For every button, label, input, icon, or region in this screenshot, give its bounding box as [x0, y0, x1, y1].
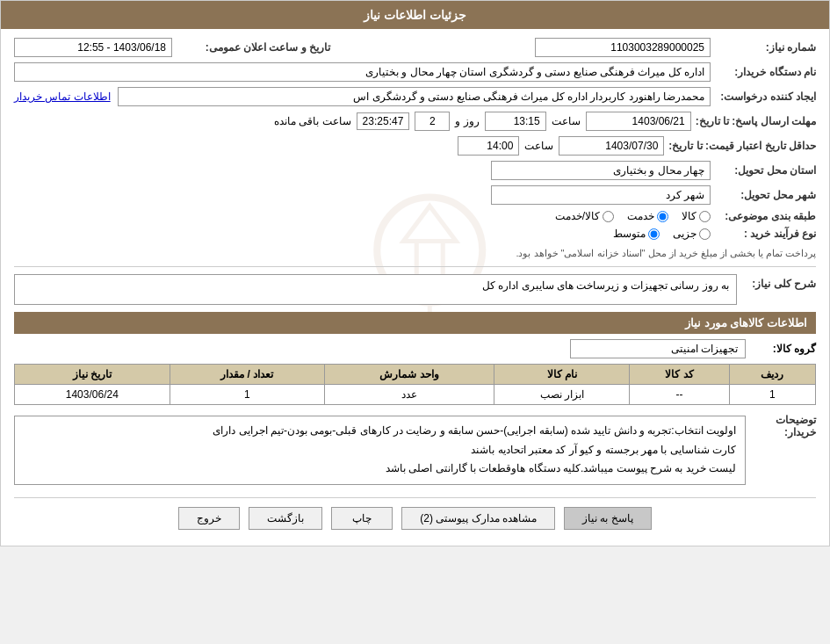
back-button[interactable]: بازگشت	[249, 507, 322, 530]
deadline-days-label: روز و	[455, 115, 479, 127]
note-line-1: اولويت انتخاب:تجربه و دانش تاييد شده (سا…	[24, 422, 736, 441]
view-docs-button[interactable]: مشاهده مدارک پيوستی (2)	[401, 507, 555, 530]
note-line-3: ليست خريد به شرح پيوست ميباشد.کليه دستگا…	[24, 459, 736, 479]
col-quantity: تعداد / مقدار	[170, 365, 324, 385]
announce-date-input: 1403/06/18 - 12:55	[14, 38, 172, 57]
goods-table: رديف کد کالا نام کالا واحد شمارش تعداد /…	[14, 364, 816, 405]
goods-section-title: اطلاعات کالاهای مورد نياز	[14, 312, 816, 334]
table-cell-5: 1403/06/24	[15, 385, 170, 405]
row-min-validity: حداقل تاريخ اعتبار قيمت: تا تاريخ: 1403/…	[14, 136, 816, 156]
button-row: پاسخ به نياز مشاهده مدارک پيوستی (2) چاپ…	[14, 497, 816, 537]
min-validity-label: حداقل تاريخ اعتبار قيمت: تا تاريخ:	[664, 140, 816, 152]
row-notes: توضيحات خريدار: اولويت انتخاب:تجربه و دا…	[14, 410, 816, 490]
category-radio-khedmat[interactable]: خدمت	[627, 210, 668, 222]
purchase-type-jozi[interactable]: جزيی	[673, 228, 711, 240]
deadline-remaining-label: ساعت باقی مانده	[274, 115, 351, 127]
group-label: گروه کالا:	[746, 343, 816, 355]
page-wrapper: جزئيات اطلاعات نياز AriaTender.net شماره…	[0, 0, 830, 546]
group-value: تجهيزات امنيتی	[570, 339, 746, 358]
creator-label: ايجاد کننده درخواست:	[711, 90, 816, 103]
divider-1	[14, 266, 816, 267]
note-line-2: کارت شناسايی با مهر برجسته و کيو آر کد م…	[24, 441, 736, 460]
need-number-input: 1103003289000025	[535, 38, 711, 57]
deadline-days-input: 2	[415, 112, 450, 131]
page-header: جزئيات اطلاعات نياز	[1, 1, 829, 29]
deadline-date-input: 1403/06/21	[586, 112, 691, 131]
table-cell-3: عدد	[325, 385, 494, 405]
row-buyer-org: نام دستگاه خريدار: اداره کل ميراث فرهنگی…	[14, 62, 816, 82]
notes-content: اولويت انتخاب:تجربه و دانش تاييد شده (سا…	[14, 416, 746, 485]
need-number-value-cell: 1103003289000025	[330, 38, 711, 57]
deadline-label: مهلت ارسال پاسخ: تا تاريخ:	[691, 115, 816, 127]
summary-label: شرح کلی نياز:	[737, 274, 816, 290]
delivery-province-label: استان محل تحويل:	[711, 164, 816, 177]
delivery-province-input: چهار محال و بختياری	[491, 161, 711, 180]
row-creator: ايجاد کننده درخواست: محمدرضا راهنورد کار…	[14, 87, 816, 106]
summary-description: به روز رسانی تجهيزات و زيرساخت های سايبر…	[14, 274, 737, 305]
goods-table-head: رديف کد کالا نام کالا واحد شمارش تعداد /…	[15, 365, 816, 385]
delivery-city-label: شهر محل تحويل:	[711, 189, 816, 201]
row-payment-note: پرداخت تمام يا بخشی از مبلغ خريد از محل …	[14, 245, 816, 259]
purchase-type-label: نوع فرآيند خريد :	[711, 228, 816, 240]
reply-button[interactable]: پاسخ به نياز	[564, 507, 652, 530]
deadline-time-label: ساعت	[552, 115, 581, 127]
deadline-time-input: 13:15	[485, 112, 546, 131]
announce-date-label: تاريخ و ساعت اعلان عمومی:	[172, 41, 330, 54]
table-cell-1: --	[630, 385, 729, 405]
table-cell-0: 1	[729, 385, 816, 405]
category-radio-kala[interactable]: کالا	[682, 210, 711, 222]
buyer-org-input: اداره کل ميراث فرهنگی صنايع دستی و گردشگ…	[14, 62, 711, 82]
payment-note: پرداخت تمام يا بخشی از مبلغ خريد از محل …	[516, 248, 816, 259]
deadline-date-row: 1403/06/21 ساعت 13:15 روز و 2 23:25:47 س…	[14, 112, 691, 131]
row-delivery-province: استان محل تحويل: چهار محال و بختياری	[14, 161, 816, 180]
row-purchase-type: نوع فرآيند خريد : جزيی متوسط	[14, 228, 816, 240]
delivery-city-input: شهر کرد	[491, 185, 711, 205]
row-category: طبقه بندی موضوعی: کالا خدمت کالا/خدمت	[14, 210, 816, 222]
col-date: تاريخ نياز	[15, 365, 170, 385]
validity-time-input: 14:00	[458, 136, 519, 156]
table-row: 1--ابزار نصبعدد11403/06/24	[15, 385, 816, 405]
buyer-org-label: نام دستگاه خريدار:	[711, 66, 816, 78]
deadline-countdown: 23:25:47	[357, 112, 410, 130]
validity-date-row: 1403/07/30 ساعت 14:00	[14, 136, 664, 156]
notes-label: توضيحات خريدار:	[746, 410, 816, 438]
category-label: طبقه بندی موضوعی:	[711, 210, 816, 222]
category-radio-both[interactable]: کالا/خدمت	[555, 210, 614, 222]
col-unit: واحد شمارش	[325, 365, 494, 385]
goods-table-body: 1--ابزار نصبعدد11403/06/24	[15, 385, 816, 405]
row-delivery-city: شهر محل تحويل: شهر کرد	[14, 185, 816, 205]
creator-input: محمدرضا راهنورد کاربردار اداره کل ميراث …	[118, 87, 711, 106]
row-summary: شرح کلی نياز: به روز رسانی تجهيزات و زير…	[14, 274, 816, 305]
row-deadline: مهلت ارسال پاسخ: تا تاريخ: 1403/06/21 سا…	[14, 112, 816, 131]
creator-contact-link[interactable]: اطلاعات تماس خريدار	[14, 90, 111, 103]
validity-date-input: 1403/07/30	[559, 136, 664, 156]
row-group: گروه کالا: تجهيزات امنيتی	[14, 339, 816, 358]
col-name: نام کالا	[494, 365, 630, 385]
need-number-label: شماره نياز:	[711, 41, 816, 54]
row-need-number: شماره نياز: 1103003289000025 تاريخ و ساع…	[14, 38, 816, 57]
purchase-type-motevasset[interactable]: متوسط	[613, 228, 660, 240]
form-section: شماره نياز: 1103003289000025 تاريخ و ساع…	[14, 38, 816, 490]
print-button[interactable]: چاپ	[331, 507, 393, 530]
category-radio-group: کالا خدمت کالا/خدمت	[555, 210, 711, 222]
page-title: جزئيات اطلاعات نياز	[364, 8, 466, 22]
purchase-type-radio-group: جزيی متوسط	[613, 228, 711, 240]
table-cell-4: 1	[170, 385, 324, 405]
exit-button[interactable]: خروج	[178, 507, 240, 530]
col-code: کد کالا	[630, 365, 729, 385]
content-area: AriaTender.net شماره نياز: 1103003289000…	[1, 29, 829, 546]
validity-time-label: ساعت	[524, 140, 553, 152]
table-cell-2: ابزار نصب	[494, 385, 630, 405]
col-row-number: رديف	[729, 365, 816, 385]
